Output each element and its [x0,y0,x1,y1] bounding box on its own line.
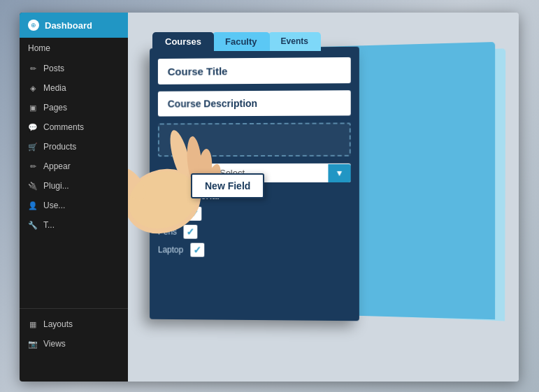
sidebar-item-views[interactable]: 📷 Views [20,334,128,354]
users-icon: 👤 [28,201,38,210]
sidebar-item-products[interactable]: 🛒 Products [20,137,128,157]
sidebar-item-appearance[interactable]: ✏ Appear [20,157,128,176]
comments-icon: 💬 [28,123,38,132]
sidebar: ⊕ Dashboard Home ✏ Posts ◈ Media ▣ Pages… [20,13,128,382]
sidebar-item-posts[interactable]: ✏ Posts [20,59,128,78]
sidebar-bottom: ▦ Layouts 📷 Views [20,303,128,354]
sidebar-item-label-tools: T... [43,220,55,230]
dashboard-icon: ⊕ [28,20,39,31]
posts-icon: ✏ [28,64,38,73]
dashboard-label: Dashboard [45,20,92,31]
sidebar-item-label-media: Media [43,83,66,93]
tabs-row: Courses Faculty Events [152,32,321,51]
views-icon: 📷 [28,340,38,349]
sidebar-divider [20,308,128,309]
sidebar-item-label-comments: Comments [43,122,84,132]
sidebar-item-pages[interactable]: ▣ Pages [20,98,128,117]
screenshot-frame: ⊕ Dashboard Home ✏ Posts ◈ Media ▣ Pages… [20,13,519,382]
course-title-field[interactable]: Course Title [158,57,351,85]
media-icon: ◈ [28,84,38,93]
main-content: Courses Faculty Events Course Title Cour… [128,13,519,382]
sidebar-item-label-views: Views [43,339,66,349]
plugins-icon: 🔌 [28,182,38,191]
sidebar-item-label-layouts: Layouts [43,319,73,329]
pages-icon: ▣ [28,103,38,112]
tab-courses[interactable]: Courses [152,32,214,51]
sidebar-item-label-products: Products [43,142,76,152]
select-arrow-icon: ▼ [329,164,351,182]
outer-wrapper: ⊕ Dashboard Home ✏ Posts ◈ Media ▣ Pages… [0,0,539,392]
sidebar-item-layouts[interactable]: ▦ Layouts [20,314,128,334]
sidebar-item-label-appearance: Appear [43,161,71,171]
sidebar-item-users[interactable]: 👤 Use... [20,196,128,215]
layouts-icon: ▦ [28,320,38,329]
products-icon: 🛒 [28,143,38,152]
sidebar-home: Home [20,38,128,59]
sidebar-item-label-users: Use... [43,201,65,210]
new-field-card[interactable]: New Field [191,173,264,198]
new-field-card-container: New Field [191,173,264,198]
sidebar-item-label-posts: Posts [43,64,64,73]
sidebar-item-media[interactable]: ◈ Media [20,78,128,98]
sidebar-item-comments[interactable]: 💬 Comments [20,117,128,137]
tools-icon: 🔧 [28,221,38,230]
sidebar-dashboard-item[interactable]: ⊕ Dashboard [20,13,128,38]
appearance-icon: ✏ [28,162,38,171]
sidebar-item-label-plugins: Plugi... [43,181,69,191]
tab-events[interactable]: Events [268,32,321,51]
sidebar-item-plugins[interactable]: 🔌 Plugi... [20,176,128,196]
sidebar-item-label-pages: Pages [43,103,67,112]
sidebar-item-tools[interactable]: 🔧 T... [20,215,128,235]
tab-faculty[interactable]: Faculty [213,32,270,51]
